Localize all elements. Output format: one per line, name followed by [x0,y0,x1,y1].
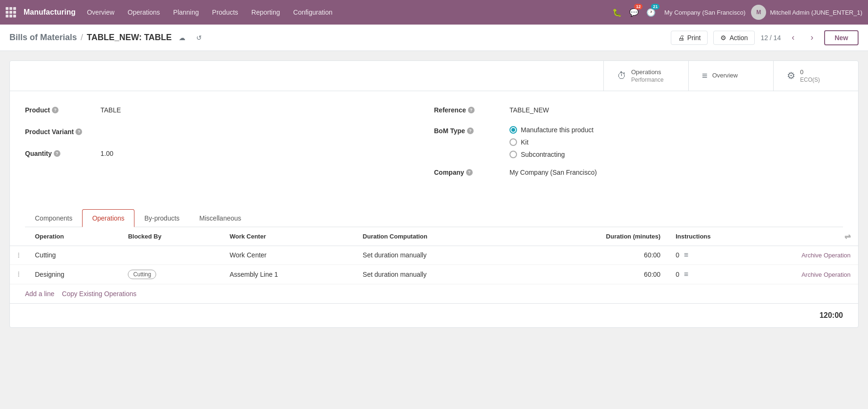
company-help-icon[interactable]: ? [466,169,473,176]
product-variant-help-icon[interactable]: ? [75,128,82,135]
breadcrumb-parent[interactable]: Bills of Materials [9,33,77,43]
breadcrumb-actions: 🖨 Print ⚙ Action 12 / 14 ‹ › New [671,30,859,45]
reference-field-row: Reference ? TABLE_NEW [434,102,843,118]
bom-type-help-icon[interactable]: ? [467,128,474,134]
company-value[interactable]: My Company (San Francisco) [509,169,597,176]
user-name: Mitchell Admin (JUNE_ENTER_1) [770,9,862,16]
app-logo[interactable] [6,7,16,17]
instructions-list-icon-2[interactable]: ≡ [684,270,688,278]
stats-bar: ⏱ Operations Performance ≡ Overview ⚙ 0 … [10,61,858,91]
action-label: Action [729,34,748,42]
list-icon: ≡ [702,70,708,81]
archive-button-2[interactable]: Archive Operation [801,271,851,278]
operation-cell-2[interactable]: Designing [27,264,120,284]
nav-configuration[interactable]: Configuration [288,6,338,19]
record-count: 12 / 14 [760,34,781,42]
archive-button-1[interactable]: Archive Operation [801,252,851,259]
bom-type-subcontracting[interactable]: Subcontracting [509,151,593,158]
table-row: ⁞ Designing Cutting Assembly Line 1 Set … [10,264,858,284]
operations-table-container: Operation Blocked By Work Center Duratio… [10,227,858,303]
instructions-list-icon-1[interactable]: ≡ [684,251,688,259]
company-field-row: Company ? My Company (San Francisco) [434,165,843,180]
work-center-cell-2[interactable]: Assembly Line 1 [222,264,355,284]
table-settings-icon[interactable]: ⇌ [844,232,851,241]
instructions-cell-1: 0 ≡ [668,246,773,264]
radio-subcontracting-label: Subcontracting [521,151,565,158]
operation-cell-1[interactable]: Cutting [27,246,120,264]
activity-badge: 21 [651,4,659,9]
refresh-icon-btn[interactable]: ↺ [192,31,206,44]
blocked-by-badge-2[interactable]: Cutting [128,270,156,279]
duration-cell-1[interactable]: 60:00 [522,246,668,264]
tab-components[interactable]: Components [25,209,82,227]
duration-cell-2[interactable]: 60:00 [522,264,668,284]
tab-byproducts[interactable]: By-products [134,209,190,227]
nav-operations[interactable]: Operations [122,6,166,19]
user-menu[interactable]: M Mitchell Admin (JUNE_ENTER_1) [751,5,862,20]
archive-cell-2: Archive Operation [773,264,858,284]
product-variant-field-row: Product Variant ? [25,124,434,139]
reference-value[interactable]: TABLE_NEW [509,106,549,114]
table-row: ⁞ Cutting Work Center Set duration manua… [10,246,858,264]
clock-icon: ⏱ [617,70,626,81]
upload-icon-btn[interactable]: ☁ [175,31,189,44]
bug-icon-btn[interactable]: 🐛 [609,5,625,20]
drag-handle-icon-2[interactable]: ⁞ [17,270,20,278]
next-record-button[interactable]: › [805,31,818,44]
stat-label-eco-sub: ECO(S) [800,77,820,83]
th-duration-minutes: Duration (minutes) [522,227,668,246]
user-avatar: M [751,5,766,20]
radio-manufacture-circle [509,126,517,134]
nav-products[interactable]: Products [207,6,244,19]
th-blocked-by: Blocked By [120,227,222,246]
quantity-value[interactable]: 1.00 [100,150,113,157]
th-work-center: Work Center [222,227,355,246]
new-button[interactable]: New [824,30,859,45]
table-header-row: Operation Blocked By Work Center Duratio… [10,227,858,246]
quantity-help-icon[interactable]: ? [54,150,60,157]
stat-label-ops-perf-1: Operations [631,68,664,77]
nav-overview[interactable]: Overview [81,6,120,19]
work-center-cell-1[interactable]: Work Center [222,246,355,264]
print-icon: 🖨 [678,34,684,42]
bom-type-kit[interactable]: Kit [509,138,593,146]
instructions-count-2: 0 [676,271,679,278]
form-body: Product ? TABLE Product Variant ? [10,91,858,205]
top-navigation: Manufacturing Overview Operations Planni… [0,0,868,25]
ops-performance-stat[interactable]: ⏱ Operations Performance [603,61,688,91]
bom-type-manufacture[interactable]: Manufacture this product [509,126,593,134]
app-name: Manufacturing [24,8,75,17]
nav-reporting[interactable]: Reporting [246,6,286,19]
prev-record-button[interactable]: ‹ [786,31,800,44]
reference-help-icon[interactable]: ? [468,107,475,113]
blocked-by-cell-2: Cutting [120,264,222,284]
bom-type-field-row: BoM Type ? Manufacture this product Kit [434,124,843,158]
drag-handle-icon-1[interactable]: ⁞ [17,251,20,259]
copy-operations-link[interactable]: Copy Existing Operations [62,290,136,298]
product-value[interactable]: TABLE [100,106,121,114]
product-label: Product ? [25,106,100,114]
company-name[interactable]: My Company (San Francisco) [664,9,745,16]
duration-computation-cell-2[interactable]: Set duration manually [355,264,522,284]
print-button[interactable]: 🖨 Print [671,31,708,45]
nav-planning[interactable]: Planning [167,6,205,19]
drag-handle-cell-1[interactable]: ⁞ [10,246,27,264]
ecos-stat[interactable]: ⚙ 0 ECO(S) [773,61,858,91]
activity-icon-btn[interactable]: 🕐 21 [643,5,659,20]
company-label: Company ? [434,169,509,176]
add-line-link[interactable]: Add a line [25,290,54,298]
product-help-icon[interactable]: ? [52,107,58,113]
th-instructions: Instructions [668,227,773,246]
operations-table: Operation Blocked By Work Center Duratio… [10,227,858,284]
overview-stat[interactable]: ≡ Overview [688,61,773,91]
product-variant-label: Product Variant ? [25,128,100,136]
ops-performance-label: Operations Performance [631,68,664,83]
duration-computation-cell-1[interactable]: Set duration manually [355,246,522,264]
drag-handle-cell-2[interactable]: ⁞ [10,264,27,284]
form-left-col: Product ? TABLE Product Variant ? [25,102,434,187]
tab-miscellaneous[interactable]: Miscellaneous [190,209,251,227]
action-button[interactable]: ⚙ Action [713,31,755,45]
chat-icon-btn[interactable]: 💬 12 [626,5,642,20]
tab-operations[interactable]: Operations [82,209,134,227]
blocked-by-cell-1 [120,246,222,264]
